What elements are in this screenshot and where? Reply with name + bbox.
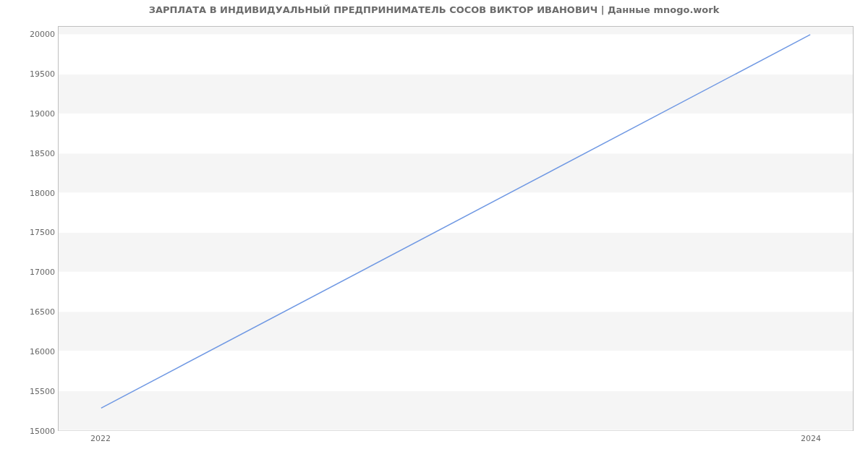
svg-rect-4 [59, 35, 853, 74]
svg-rect-3 [59, 114, 853, 153]
chart-container: ЗАРПЛАТА В ИНДИВИДУАЛЬНЫЙ ПРЕДПРИНИМАТЕЛ… [0, 0, 868, 470]
chart-title: ЗАРПЛАТА В ИНДИВИДУАЛЬНЫЙ ПРЕДПРИНИМАТЕЛ… [0, 4, 868, 15]
x-tick-label: 2024 [801, 434, 821, 443]
svg-rect-0 [59, 351, 853, 391]
line-layer [59, 27, 853, 430]
svg-rect-2 [59, 193, 853, 233]
y-tick-label: 18500 [19, 148, 55, 158]
y-tick-label: 20000 [19, 29, 55, 38]
y-tick-label: 19000 [19, 108, 55, 118]
plot-area [58, 26, 854, 431]
y-tick-label: 15500 [19, 387, 55, 396]
y-tick-label: 18000 [19, 188, 55, 197]
svg-rect-1 [59, 272, 853, 312]
y-tick-label: 17000 [19, 268, 55, 277]
y-tick-label: 17500 [19, 228, 55, 237]
y-tick-label: 19500 [19, 69, 55, 78]
y-tick-label: 16500 [19, 307, 55, 317]
x-tick-label: 2022 [90, 434, 111, 443]
y-tick-label: 16000 [19, 347, 55, 356]
y-tick-label: 15000 [19, 427, 55, 436]
